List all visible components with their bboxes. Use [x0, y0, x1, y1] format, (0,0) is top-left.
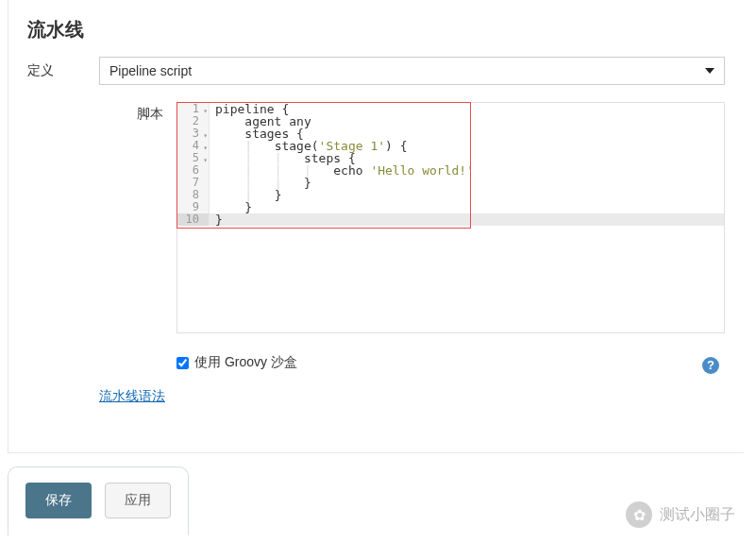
save-button[interactable]: 保存 [25, 483, 92, 518]
watermark-text: 测试小圈子 [660, 505, 735, 525]
script-row: 脚本 ? try sample Pipeline... 1▾pipeline {… [27, 102, 725, 333]
definition-row: 定义 Pipeline script [27, 57, 725, 85]
pipeline-config-panel: 流水线 定义 Pipeline script 脚本 ? try sample P… [8, 0, 744, 453]
sandbox-row: 使用 Groovy 沙盒 [99, 354, 725, 371]
code-line[interactable]: 9 } [177, 201, 724, 213]
script-editor[interactable]: 1▾pipeline {2 agent any3▾ stages {4▾ | s… [176, 102, 725, 333]
code-line[interactable]: 10} [177, 213, 724, 226]
sandbox-checkbox[interactable] [176, 357, 189, 369]
syntax-link-row: 流水线语法 [99, 388, 725, 405]
footer-toolbar: 保存 应用 [8, 467, 189, 535]
editor-wrap: ? try sample Pipeline... 1▾pipeline {2 a… [176, 102, 725, 333]
definition-label: 定义 [27, 57, 99, 79]
apply-button[interactable]: 应用 [105, 483, 171, 518]
code-line[interactable]: 8 | } [177, 189, 724, 201]
section-title: 流水线 [27, 17, 725, 42]
watermark: ✿ 测试小圈子 [626, 501, 735, 528]
definition-selected: Pipeline script [109, 63, 192, 78]
chevron-down-icon [705, 68, 714, 74]
script-label: 脚本 [99, 102, 176, 123]
definition-select[interactable]: Pipeline script [99, 57, 725, 85]
sandbox-label: 使用 Groovy 沙盒 [194, 354, 297, 371]
pipeline-syntax-link[interactable]: 流水线语法 [99, 388, 165, 403]
wechat-icon: ✿ [626, 501, 652, 528]
